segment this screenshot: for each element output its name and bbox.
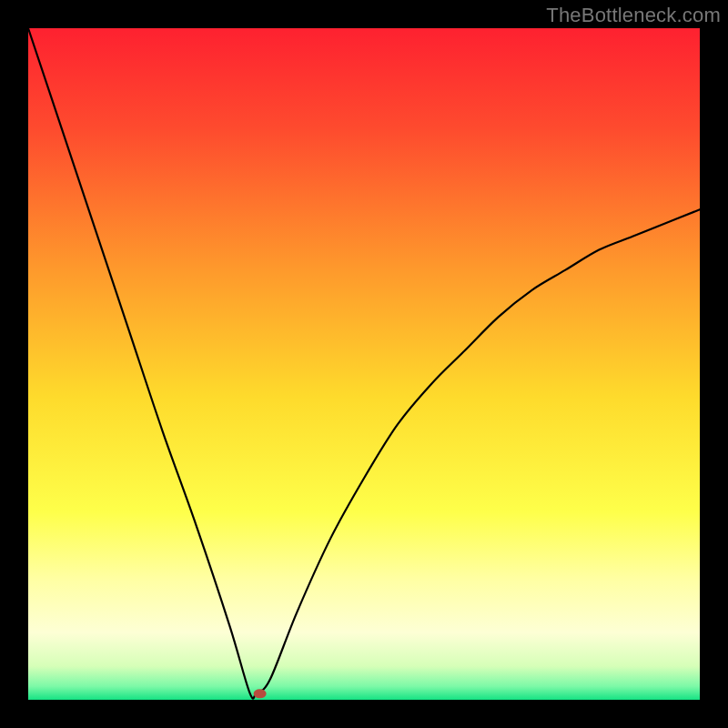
watermark-text: TheBottleneck.com xyxy=(546,4,721,27)
plot-background xyxy=(28,28,700,700)
chart-container: TheBottleneck.com xyxy=(0,0,728,728)
bottleneck-chart xyxy=(0,0,728,728)
min-marker xyxy=(254,689,267,698)
